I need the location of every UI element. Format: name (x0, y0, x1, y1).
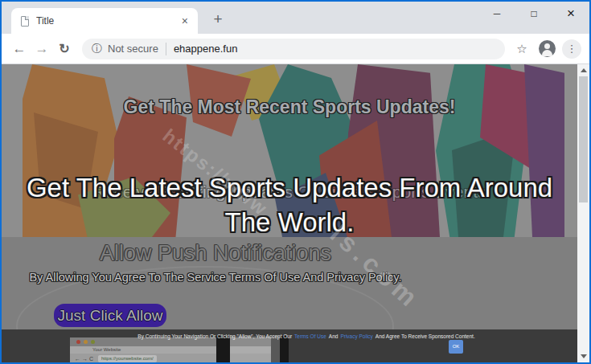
profile-avatar-icon[interactable] (539, 40, 556, 57)
tab-close-icon[interactable]: × (179, 14, 191, 27)
consent-text: By Continuing Your Navigation Or Clickin… (2, 333, 589, 339)
tab-strip: Title × + ─ □ × (2, 2, 589, 34)
mock-browser-url: https://yourwebsite.com/ (98, 355, 157, 362)
bookmark-star-icon[interactable]: ☆ (511, 42, 532, 56)
consent-text-part2: And (329, 333, 339, 339)
new-tab-button[interactable]: + (207, 10, 228, 31)
mock-nav-icons: ← → C (75, 356, 93, 362)
scrollbar-thumb[interactable] (579, 76, 588, 202)
push-subheading: By Allowing You Agree To The Service Ter… (2, 271, 429, 284)
push-prompt-section: Allow Push Notifications By Allowing You… (2, 237, 589, 329)
browser-toolbar: ← → ↻ ⓘ Not secure ehappene.fun ☆ ⋮ (2, 34, 589, 64)
browser-menu-icon[interactable]: ⋮ (562, 39, 581, 59)
scroll-down-arrow-icon (581, 354, 587, 358)
terms-of-use-link[interactable]: Terms Of Use (294, 333, 326, 339)
page-favicon-icon (21, 16, 29, 27)
hero-main-headline-line1: Get The Latest Sports Updates From Aroun… (2, 170, 577, 205)
privacy-policy-link[interactable]: Privacy Policy (340, 333, 372, 339)
browser-tab[interactable]: Title × (11, 8, 198, 34)
url-text: ehappene.fun (174, 43, 238, 55)
back-icon[interactable]: ← (8, 41, 31, 57)
address-bar[interactable]: ⓘ Not secure ehappene.fun (82, 39, 505, 59)
browser-window: Title × + ─ □ × ← → ↻ ⓘ Not secure ehapp… (0, 0, 591, 364)
consent-text-part3: And Agree To Receive Sponsored Content. (376, 333, 475, 339)
hero-section: Get The Most Recent Sports Updates! Rece… (2, 64, 589, 237)
scroll-up-button[interactable] (577, 64, 589, 76)
mock-zoom-dot-icon (91, 340, 95, 344)
just-click-allow-button[interactable]: Just Click Allow (54, 304, 166, 327)
consent-bar: Your Website ← → C https://yourwebsite.c… (2, 329, 589, 362)
info-icon[interactable]: ⓘ (92, 42, 102, 56)
push-heading: Allow Push Notifications (2, 241, 429, 266)
push-prompt-column: Allow Push Notifications By Allowing You… (2, 237, 429, 284)
tab-title: Title (36, 15, 179, 27)
forward-icon[interactable]: → (31, 41, 53, 57)
address-divider (166, 43, 166, 55)
mock-phone-images (207, 336, 311, 362)
hero-main-headline-line2: The World. (2, 205, 577, 237)
consent-text-part1: By Continuing Your Navigation Or Clickin… (137, 333, 292, 339)
maximize-button[interactable]: □ (515, 2, 552, 26)
minimize-button[interactable]: ─ (478, 2, 515, 26)
scrollbar[interactable] (577, 64, 589, 362)
hero-top-headline: Get The Most Recent Sports Updates! (2, 96, 577, 118)
security-label: Not secure (108, 43, 158, 55)
hero-main-headline: Get The Latest Sports Updates From Aroun… (2, 170, 577, 237)
reload-icon[interactable]: ↻ (53, 41, 76, 56)
mock-minimize-dot-icon (84, 340, 88, 344)
mock-close-dot-icon (76, 340, 80, 344)
ok-button[interactable]: OK (449, 340, 463, 354)
page-content: Get The Most Recent Sports Updates! Rece… (2, 64, 589, 362)
scroll-up-arrow-icon (581, 68, 587, 72)
window-controls: ─ □ × (478, 2, 589, 26)
scroll-down-button[interactable] (577, 350, 589, 362)
window-close-button[interactable]: × (552, 2, 589, 26)
